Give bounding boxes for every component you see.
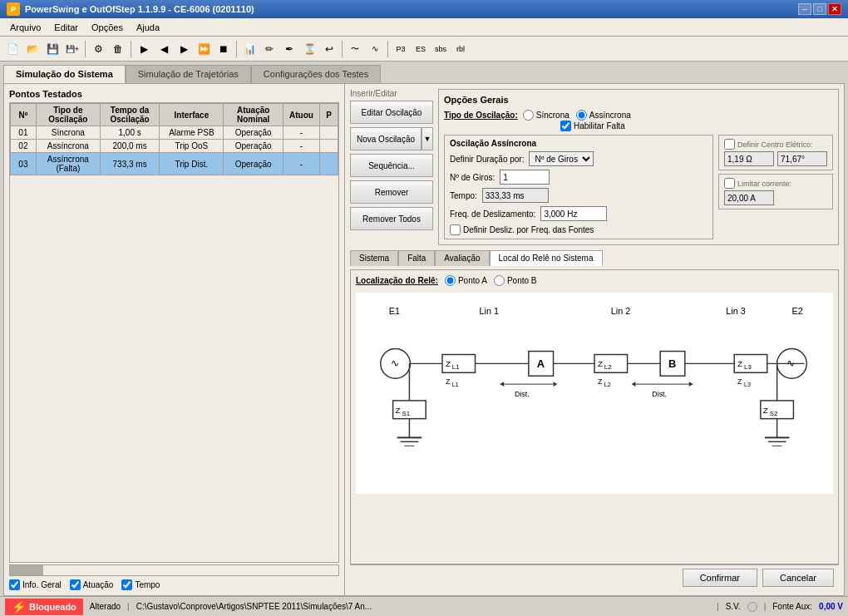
play-btn[interactable]: ▶ xyxy=(135,40,153,58)
save-as-btn[interactable]: 💾+ xyxy=(63,40,81,58)
open-btn[interactable]: 📂 xyxy=(23,40,42,58)
app-icon: P xyxy=(7,2,20,16)
wave2-btn[interactable]: ∿ xyxy=(366,40,384,58)
num-giros-input[interactable] xyxy=(500,170,550,185)
col-header-num: Nº xyxy=(11,104,37,126)
rbl-btn[interactable]: rbl xyxy=(451,40,470,58)
tempo-row: Tempo: xyxy=(450,188,707,203)
nova-oscilacao-btn[interactable]: Nova Oscilação xyxy=(350,127,422,150)
prev-btn[interactable]: ◀ xyxy=(155,40,173,58)
new-btn[interactable]: 📄 xyxy=(3,40,22,58)
nova-oscilacao-row: Nova Oscilação ▼ xyxy=(350,127,433,150)
sep2 xyxy=(131,41,131,57)
bottom-checks: Info. Geral Atuação Tempo xyxy=(9,576,339,590)
radio-assincrona[interactable]: Assíncrona xyxy=(576,110,631,121)
tab-configuracoes-testes[interactable]: Configurações dos Testes xyxy=(251,65,381,83)
tempo-input[interactable] xyxy=(482,188,549,203)
fast-fwd-btn[interactable]: ⏩ xyxy=(195,40,213,58)
tab-simulacao-sistema[interactable]: Simulação do Sistema xyxy=(3,65,126,83)
top-section: Inserir/Editar Editar Oscilação Nova Osc… xyxy=(350,89,839,245)
habilitar-falta-check[interactable]: Habilitar Falta xyxy=(560,121,833,131)
menu-editar[interactable]: Editar xyxy=(47,21,85,34)
delete-btn[interactable]: 🗑 xyxy=(109,40,127,58)
save-btn[interactable]: 💾 xyxy=(43,40,62,58)
remover-btn[interactable]: Remover xyxy=(350,180,433,204)
maximize-button[interactable]: □ xyxy=(813,3,826,15)
sequencia-btn[interactable]: Sequência... xyxy=(350,154,433,177)
title-text: PowerSwing e OutOfStep 1.1.9.9 - CE-6006… xyxy=(25,4,254,14)
undo-btn[interactable]: ↩ xyxy=(320,40,338,58)
centro-checkbox[interactable] xyxy=(724,139,735,150)
confirmar-btn[interactable]: Confirmar xyxy=(683,569,757,587)
svg-text:Z: Z xyxy=(396,406,401,415)
table-container[interactable]: Nº Tipo de Oscilação Tempo da Oscilação … xyxy=(9,102,339,563)
svg-text:S2: S2 xyxy=(770,410,778,417)
menu-ajuda[interactable]: Ajuda xyxy=(130,21,166,34)
svg-text:S1: S1 xyxy=(402,410,411,417)
table-row[interactable]: 01Síncrona1,00 sAlarme PSBOperação- xyxy=(11,126,338,140)
horizontal-scrollbar[interactable] xyxy=(9,564,339,576)
dist-arrow-right-1 xyxy=(554,382,558,387)
cancelar-btn[interactable]: Cancelar xyxy=(762,569,834,587)
centro-check-row: Definir Centro Elétrico: xyxy=(724,139,827,150)
left-panel-title: Pontos Testados xyxy=(9,89,339,99)
editar-oscilacao-btn[interactable]: Editar Oscilação xyxy=(350,101,433,124)
tab-avaliacao[interactable]: Avaliação xyxy=(435,250,489,266)
p3-btn[interactable]: P3 xyxy=(392,40,410,58)
sbs-btn[interactable]: sbs xyxy=(431,40,450,58)
wave-btn[interactable]: 〜 xyxy=(346,40,364,58)
check-tempo[interactable]: Tempo xyxy=(121,579,160,590)
title-bar: P PowerSwing e OutOfStep 1.1.9.9 - CE-60… xyxy=(0,0,848,18)
e2-label: E2 xyxy=(791,306,802,316)
stop-btn[interactable]: ⏹ xyxy=(214,40,233,58)
main-options-row: Oscilação Assíncrona Definir Duração por… xyxy=(444,135,833,239)
settings-btn[interactable]: ⚙ xyxy=(89,40,107,58)
nova-oscilacao-dropdown[interactable]: ▼ xyxy=(422,127,433,150)
svg-text:Z: Z xyxy=(737,359,742,368)
tipo-oscilacao-label: Tipo de Oscilação: xyxy=(444,111,518,120)
pontos-testados-table: Nº Tipo de Oscilação Tempo da Oscilação … xyxy=(10,103,338,175)
tipo-oscilacao-row: Tipo de Oscilação: Síncrona Assíncrona xyxy=(444,110,833,121)
tab-simulacao-trajetorias[interactable]: Simulação de Trajetórias xyxy=(126,65,251,83)
circuit-diagram: E1 Lin 1 Lin 2 Lin 3 E2 ∿ xyxy=(364,301,825,484)
check-atuacao[interactable]: Atuação xyxy=(70,579,114,590)
edit3-btn[interactable]: ✒ xyxy=(280,40,298,58)
radio-ponto-a[interactable]: Ponto A xyxy=(445,275,487,286)
definir-desliz-check[interactable]: Definir Desliz. por Freq. das Fontes xyxy=(450,224,707,235)
es-btn[interactable]: ES xyxy=(412,40,430,58)
table-row[interactable]: 03Assíncrona (Falta)733,3 msTrip Dist.Op… xyxy=(11,153,338,175)
minimize-button[interactable]: ─ xyxy=(798,3,811,15)
num-giros-row: Nº de Giros: xyxy=(450,170,707,185)
fonte-aux-value: 0,00 V xyxy=(819,602,843,611)
table-row[interactable]: 02Assíncrona200,0 msTrip OoSOperação- xyxy=(11,140,338,153)
duracao-select[interactable]: Nº de GirosTempoFrequência xyxy=(529,151,594,166)
col-header-atuacao: Atuação Nominal xyxy=(224,104,283,126)
check-info-geral[interactable]: Info. Geral xyxy=(9,579,62,590)
tab-local-rele[interactable]: Local do Relê no Sistema xyxy=(490,250,603,266)
freq-input[interactable] xyxy=(540,206,607,221)
tab-falta[interactable]: Falta xyxy=(398,250,435,266)
remover-todos-btn[interactable]: Remover Todos xyxy=(350,207,433,230)
menu-arquivo[interactable]: Arquivo xyxy=(3,21,47,34)
dist-arrow-left-2 xyxy=(632,382,636,387)
definir-duracao-row: Definir Duração por: Nº de GirosTempoFre… xyxy=(450,151,707,166)
report-btn[interactable]: 📊 xyxy=(240,40,259,58)
next-btn[interactable]: ▶ xyxy=(175,40,193,58)
limitar-checkbox[interactable] xyxy=(724,178,735,189)
radio-sincrona[interactable]: Síncrona xyxy=(523,110,569,121)
circuit-area: E1 Lin 1 Lin 2 Lin 3 E2 ∿ xyxy=(356,293,833,494)
menu-opcoes[interactable]: Opções xyxy=(85,21,130,34)
limitar-inputs xyxy=(724,190,827,205)
status-path: C:\Gustavo\Conprove\Artigos\SNPTEE 2011\… xyxy=(136,602,710,611)
sep1 xyxy=(85,41,86,57)
calc-btn[interactable]: ⌛ xyxy=(300,40,318,58)
limitar-a-input[interactable] xyxy=(724,190,774,205)
dist-arrow-left-1 xyxy=(500,382,504,387)
close-button[interactable]: ✕ xyxy=(828,3,841,15)
tab-sistema[interactable]: Sistema xyxy=(350,250,398,266)
radio-ponto-b[interactable]: Ponto B xyxy=(494,275,537,286)
edit2-btn[interactable]: ✏ xyxy=(260,40,279,58)
definir-duracao-label: Definir Duração por: xyxy=(450,155,524,164)
centro-r-input[interactable] xyxy=(724,151,774,166)
centro-deg-input[interactable] xyxy=(777,151,827,166)
